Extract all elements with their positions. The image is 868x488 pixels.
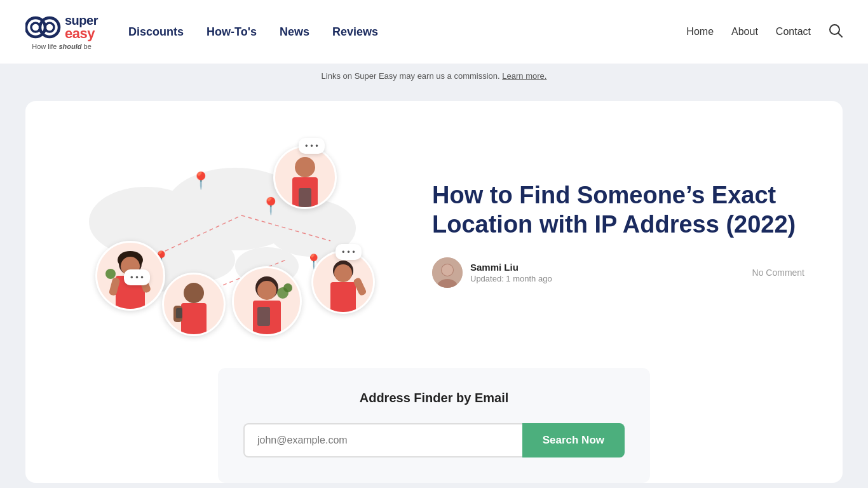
logo[interactable]: super easy How life should be bbox=[25, 13, 98, 50]
svg-point-26 bbox=[184, 283, 204, 303]
svg-line-5 bbox=[839, 33, 843, 37]
svg-rect-29 bbox=[176, 308, 182, 318]
email-input[interactable] bbox=[243, 423, 522, 458]
finder-section: Address Finder by Email Search Now bbox=[218, 368, 650, 483]
author-avatar bbox=[432, 257, 463, 288]
logo-text: super easy bbox=[65, 14, 98, 41]
header: super easy How life should be Discounts … bbox=[0, 0, 868, 64]
main-nav: Discounts How-To's News Reviews bbox=[128, 25, 378, 39]
pin-marker-1: 📍 bbox=[191, 171, 211, 191]
header-left: super easy How life should be Discounts … bbox=[25, 13, 378, 50]
main-content: 📍 📍 📍 📍 • • • bbox=[0, 88, 868, 488]
svg-point-31 bbox=[257, 281, 276, 300]
svg-point-2 bbox=[40, 18, 59, 37]
character-5 bbox=[311, 250, 375, 314]
learn-more-link[interactable]: Learn more. bbox=[502, 71, 546, 81]
search-icon[interactable] bbox=[829, 24, 843, 41]
svg-point-4 bbox=[830, 25, 839, 34]
character-1 bbox=[273, 146, 337, 209]
finder-title: Address Finder by Email bbox=[243, 391, 625, 405]
article-illustration: 📍 📍 📍 📍 • • • bbox=[64, 133, 394, 336]
chat-bubble-1: • • • bbox=[299, 138, 325, 154]
svg-rect-38 bbox=[330, 282, 356, 312]
author-block: Sammi Liu Updated: 1 month ago bbox=[432, 257, 552, 288]
svg-rect-27 bbox=[181, 303, 207, 334]
no-comment-text: No Comment bbox=[752, 268, 804, 278]
svg-point-25 bbox=[105, 269, 116, 279]
article-info: How to Find Someone’s Exact Location wit… bbox=[432, 181, 804, 287]
nav-item-contact[interactable]: Contact bbox=[776, 26, 811, 37]
logo-icon: super easy bbox=[25, 13, 98, 41]
nav-item-home[interactable]: Home bbox=[686, 26, 714, 37]
commission-banner: Links on Super Easy may earn us a commis… bbox=[0, 64, 868, 88]
svg-point-37 bbox=[334, 264, 352, 282]
header-right: Home About Contact bbox=[686, 24, 843, 41]
svg-rect-33 bbox=[257, 307, 270, 326]
article-meta: Sammi Liu Updated: 1 month ago No Commen… bbox=[432, 257, 804, 288]
nav-item-news[interactable]: News bbox=[280, 25, 309, 39]
nav-item-reviews[interactable]: Reviews bbox=[332, 25, 378, 39]
svg-line-14 bbox=[241, 215, 330, 241]
author-updated: Updated: 1 month ago bbox=[470, 274, 552, 283]
nav-item-about[interactable]: About bbox=[731, 26, 758, 37]
logo-super-text: super bbox=[65, 14, 98, 27]
nav-item-howtos[interactable]: How-To's bbox=[207, 25, 257, 39]
pin-marker-2: 📍 bbox=[261, 196, 281, 216]
author-details: Sammi Liu Updated: 1 month ago bbox=[470, 262, 552, 283]
svg-point-43 bbox=[442, 264, 453, 276]
finder-form: Search Now bbox=[243, 423, 625, 458]
chat-bubble-2: • • • bbox=[124, 269, 150, 285]
svg-point-16 bbox=[295, 157, 315, 177]
svg-point-35 bbox=[283, 283, 292, 292]
logo-tagline: How life should be bbox=[32, 43, 92, 50]
svg-rect-18 bbox=[299, 188, 311, 207]
logo-svg bbox=[25, 13, 61, 41]
character-4 bbox=[232, 266, 302, 336]
article-card: 📍 📍 📍 📍 • • • bbox=[25, 101, 843, 483]
nav-item-discounts[interactable]: Discounts bbox=[128, 25, 184, 39]
article-top: 📍 📍 📍 📍 • • • bbox=[64, 126, 804, 342]
chat-bubble-3: • • • bbox=[336, 244, 362, 260]
search-now-button[interactable]: Search Now bbox=[522, 423, 625, 458]
logo-easy-text: easy bbox=[65, 27, 98, 41]
author-name: Sammi Liu bbox=[470, 262, 552, 273]
character-3 bbox=[162, 273, 226, 336]
article-title: How to Find Someone’s Exact Location wit… bbox=[432, 181, 804, 239]
banner-text: Links on Super Easy may earn us a commis… bbox=[322, 71, 503, 81]
